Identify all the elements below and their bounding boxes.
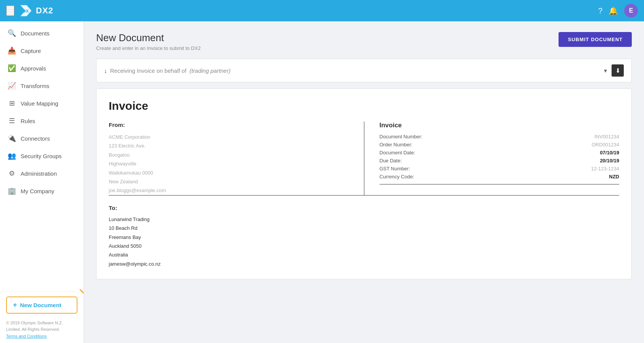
detail-value: INV001234 — [594, 134, 619, 139]
to-line: 10 Beach Rd — [109, 224, 619, 232]
detail-value: ORD001234 — [592, 142, 619, 147]
from-line: joe.bloggs@example.com — [109, 186, 349, 195]
detail-value: 07/10/19 — [600, 150, 619, 155]
invoice-type-bar: ↓ Receiving Invoice on behalf of (tradin… — [96, 59, 632, 82]
sidebar-item-label: Value Mapping — [21, 100, 58, 107]
sidebar-item-connectors[interactable]: 🔌Connectors — [0, 130, 84, 147]
from-line: New Zealand — [109, 177, 349, 186]
from-line: Highwayville — [109, 159, 349, 168]
detail-key: Document Number: — [380, 134, 423, 139]
topnav-right: ? 🔔 E — [598, 4, 638, 18]
page-header: New Document Create and enter in an Invo… — [96, 32, 632, 51]
sidebar-item-transforms[interactable]: 📈Transforms — [0, 77, 84, 95]
sidebar-item-approvals[interactable]: ✅Approvals — [0, 59, 84, 77]
connectors-icon: 🔌 — [8, 134, 16, 143]
sidebar-item-my-company[interactable]: 🏢My Company — [0, 182, 84, 200]
sidebar-item-label: Connectors — [21, 135, 50, 142]
avatar[interactable]: E — [624, 4, 638, 18]
from-label: From: — [109, 122, 349, 128]
svg-line-2 — [80, 290, 84, 302]
sidebar-item-label: Documents — [21, 30, 50, 37]
topnav-left: ☰ DX DX2 — [6, 4, 53, 18]
detail-key: Due Date: — [380, 158, 402, 163]
bar-right: ▾ ⬇ — [604, 64, 624, 77]
from-line: Waikikamukau 0000 — [109, 168, 349, 177]
sidebar-item-capture[interactable]: 📥Capture — [0, 42, 84, 59]
detail-value: 20/10/19 — [600, 158, 619, 163]
sidebar-item-administration[interactable]: ⚙Administration — [0, 165, 84, 182]
from-line: 123 Electric Ave. — [109, 141, 349, 150]
sidebar-item-security-groups[interactable]: 👥Security Groups — [0, 147, 84, 165]
sidebar-footer: + New Document — [0, 292, 84, 317]
detail-value: 12-123-1234 — [591, 166, 619, 172]
chevron-down-icon[interactable]: ▾ — [604, 67, 607, 74]
sidebar-copyright: © 2019 Olympic Software N.Z. Limited. Al… — [0, 317, 84, 334]
detail-value: NZD — [609, 174, 619, 180]
hamburger-button[interactable]: ☰ — [6, 5, 14, 16]
page-title: New Document — [96, 32, 201, 44]
sidebar-item-label: My Company — [21, 188, 54, 194]
to-line: Lunarwind Trading — [109, 215, 619, 224]
notifications-button[interactable]: 🔔 — [609, 6, 618, 15]
from-line: ACME Corporation — [109, 133, 349, 141]
sidebar-item-rules[interactable]: ☰Rules — [0, 112, 84, 130]
invoice-body: From: ACME Corporation123 Electric Ave.B… — [109, 122, 619, 195]
sidebar-nav: 🔍Documents📥Capture✅Approvals📈Transforms⊞… — [0, 21, 84, 292]
invoice-card-title: Invoice — [109, 99, 619, 112]
sidebar-item-label: Rules — [21, 118, 35, 124]
main-content: New Document Create and enter in an Invo… — [84, 21, 644, 343]
detail-key: Currency Code: — [380, 174, 414, 180]
logo: DX DX2 — [19, 4, 53, 18]
from-address: ACME Corporation123 Electric Ave.Boogalo… — [109, 133, 349, 195]
sidebar-terms[interactable]: Terms and Conditions — [0, 334, 84, 343]
new-doc-wrapper: + New Document — [6, 297, 77, 314]
download-button[interactable]: ⬇ — [612, 64, 624, 77]
transforms-icon: 📈 — [8, 82, 16, 90]
page-title-block: New Document Create and enter in an Invo… — [96, 32, 201, 51]
submit-document-button[interactable]: SUBMIT DOCUMENT — [559, 32, 632, 47]
detail-key: GST Number: — [380, 166, 410, 172]
my-company-icon: 🏢 — [8, 187, 16, 195]
rules-icon: ☰ — [8, 117, 16, 125]
invoice-type-label: Receiving Invoice on behalf of — [110, 67, 187, 74]
sidebar-item-documents[interactable]: 🔍Documents — [0, 24, 84, 42]
invoice-detail-title: Invoice — [380, 122, 620, 129]
detail-row: Order Number:ORD001234 — [380, 142, 620, 147]
capture-icon: 📥 — [8, 46, 16, 55]
to-line: Auckland 5050 — [109, 242, 619, 250]
invoice-type-icon: ↓ — [104, 67, 107, 74]
sidebar: 🔍Documents📥Capture✅Approvals📈Transforms⊞… — [0, 21, 84, 343]
detail-row: Document Date:07/10/19 — [380, 150, 620, 155]
approvals-icon: ✅ — [8, 64, 16, 72]
invoice-from: From: ACME Corporation123 Electric Ave.B… — [109, 122, 364, 195]
detail-key: Order Number: — [380, 142, 413, 147]
administration-icon: ⚙ — [8, 169, 16, 178]
to-line: jamesw@olympic.co.nz — [109, 260, 619, 268]
detail-divider — [380, 184, 620, 184]
invoice-card: Invoice From: ACME Corporation123 Electr… — [96, 88, 632, 279]
detail-key: Document Date: — [380, 150, 415, 155]
documents-icon: 🔍 — [8, 29, 16, 37]
to-address: Lunarwind Trading10 Beach RdFreemans Bay… — [109, 215, 619, 268]
sidebar-item-value-mapping[interactable]: ⊞Value Mapping — [0, 95, 84, 112]
plus-icon: + — [13, 301, 17, 309]
sidebar-item-label: Transforms — [21, 83, 49, 89]
topnav: ☰ DX DX2 ? 🔔 E — [0, 0, 644, 21]
svg-text:DX: DX — [23, 8, 29, 13]
new-doc-label: New Document — [20, 302, 61, 308]
detail-row: Due Date:20/10/19 — [380, 158, 620, 163]
new-document-button[interactable]: + New Document — [6, 297, 77, 314]
page-subtitle: Create and enter in an Invoice to submit… — [96, 45, 201, 51]
security-groups-icon: 👥 — [8, 152, 16, 160]
layout: 🔍Documents📥Capture✅Approvals📈Transforms⊞… — [0, 21, 644, 343]
invoice-type-left: ↓ Receiving Invoice on behalf of (tradin… — [104, 67, 230, 74]
detail-rows: Document Number:INV001234Order Number:OR… — [380, 134, 620, 180]
sidebar-item-label: Security Groups — [21, 153, 62, 159]
logo-text: DX2 — [36, 6, 53, 16]
invoice-to: To: Lunarwind Trading10 Beach RdFreemans… — [109, 195, 619, 268]
detail-row: Document Number:INV001234 — [380, 134, 620, 139]
to-label: To: — [109, 205, 619, 211]
detail-row: GST Number:12-123-1234 — [380, 166, 620, 172]
value-mapping-icon: ⊞ — [8, 99, 16, 107]
help-button[interactable]: ? — [598, 6, 602, 15]
